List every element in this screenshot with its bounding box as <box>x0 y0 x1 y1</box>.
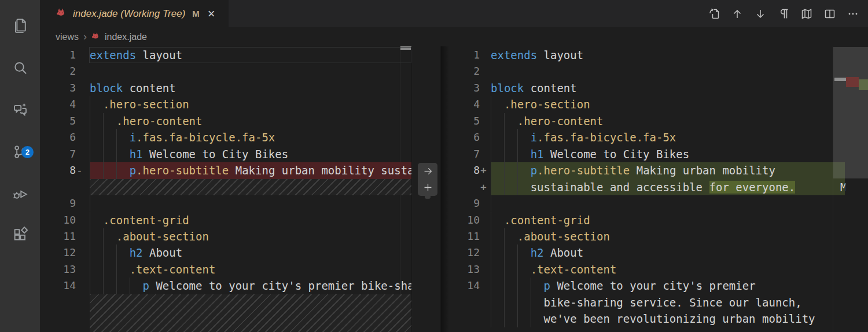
code-line[interactable]: 11 .about-section <box>441 228 868 245</box>
code-line[interactable]: 1extends layout <box>40 47 411 63</box>
code-line[interactable]: 3block content <box>441 80 868 96</box>
tab-index-jade[interactable]: index.jade (Working Tree) M × <box>40 0 229 27</box>
sidebar-item-extensions[interactable] <box>0 219 40 253</box>
code-token <box>90 263 130 276</box>
code-line[interactable]: 10 .content-grid <box>441 212 868 228</box>
code-line[interactable]: 8+ p.hero-subtitle Making urban mobility <box>441 162 868 178</box>
code-line-text: .hero-content <box>90 113 202 129</box>
code-line[interactable]: 7 h1 Welcome to City Bikes <box>441 146 868 162</box>
code-token: h2 <box>130 246 143 259</box>
code-line[interactable]: 6 i.fas.fa-bicycle.fa-5x <box>40 129 411 145</box>
code-line[interactable]: + sustainable and accessible for everyon… <box>441 179 868 195</box>
deleted-line-sign: - <box>76 162 83 178</box>
stage-change-plus-icon[interactable] <box>418 179 437 195</box>
added-line-sign: + <box>480 179 487 195</box>
sidebar-item-search[interactable] <box>0 52 40 86</box>
line-number: 1 <box>40 47 76 63</box>
extensions-icon <box>12 226 29 246</box>
minimap-slider[interactable] <box>833 47 868 178</box>
code-line[interactable]: 9 <box>441 195 868 211</box>
code-token <box>90 230 116 243</box>
line-number: 14 <box>40 278 76 294</box>
code-line[interactable]: 11 .about-section <box>40 228 411 245</box>
source-control-badge: 2 <box>21 146 34 158</box>
code-line[interactable]: 4 .hero-section <box>40 96 411 112</box>
code-token: .fas.fa-bicycle.fa-5x <box>537 131 676 144</box>
sidebar-item-run-debug[interactable] <box>0 178 40 212</box>
code-token <box>90 164 130 177</box>
code-line[interactable]: 5 .hero-content <box>40 113 411 129</box>
code-line-text: h1 Welcome to City Bikes <box>90 146 288 162</box>
code-line[interactable]: 2 <box>40 63 411 79</box>
code-line[interactable]: 6 i.fas.fa-bicycle.fa-5x <box>441 129 868 145</box>
map-icon[interactable] <box>799 6 815 22</box>
code-line-text: h2 About <box>491 245 583 261</box>
sidebar-item-explorer[interactable] <box>0 10 40 43</box>
code-line[interactable]: 9 <box>40 195 411 211</box>
code-line[interactable]: 14 p Welcome to your city's premier bike… <box>40 278 411 294</box>
split-editor-icon[interactable] <box>822 6 838 22</box>
code-token: layout <box>136 49 182 61</box>
line-number: 12 <box>40 245 76 261</box>
code-token <box>491 279 544 292</box>
code-line[interactable]: 2 <box>441 63 868 79</box>
code-token: h1 <box>130 148 143 160</box>
chevron-right-icon: › <box>83 31 87 43</box>
previous-change-icon[interactable] <box>729 6 745 22</box>
code-line-text: bike-sharing service. Since our launch, <box>491 294 802 311</box>
code-token: Making urban mobility <box>630 164 775 177</box>
code-token <box>90 115 116 127</box>
diff-original-editor[interactable]: 1extends layout23block content4 .hero-se… <box>40 46 411 332</box>
code-line[interactable]: 14 p Welcome to your city's premier <box>441 278 868 294</box>
code-token: .content-grid <box>103 214 189 227</box>
code-line[interactable]: 13 .text-content <box>40 261 411 278</box>
code-token: i <box>130 131 136 144</box>
code-token <box>491 115 517 127</box>
line-number: 11 <box>40 228 76 245</box>
sidebar-item-chat[interactable] <box>0 94 40 127</box>
code-line[interactable]: 12 h2 About <box>40 245 411 261</box>
code-line[interactable]: 8- p.hero-subtitle Making urban mobility… <box>40 162 411 178</box>
line-number: 6 <box>40 129 76 145</box>
line-number: 9 <box>40 195 76 211</box>
code-token: .text-content <box>130 263 216 276</box>
close-icon[interactable]: × <box>208 8 215 20</box>
more-actions-icon[interactable] <box>845 6 861 22</box>
code-line-text: p.hero-subtitle Making urban mobility <box>491 162 775 178</box>
code-token: .hero-subtitle <box>136 164 229 177</box>
next-change-icon[interactable] <box>752 6 768 22</box>
code-token: bike-sharing service. Since our launch, <box>544 296 802 309</box>
code-line[interactable]: 5 .hero-content <box>441 113 868 129</box>
debug-icon <box>12 185 29 205</box>
code-token: extends <box>90 49 136 61</box>
code-line-text: .text-content <box>491 261 616 278</box>
code-token <box>491 296 544 309</box>
diff-modified-editor[interactable]: M 1extends layout23block content4 .hero-… <box>441 46 868 332</box>
code-line[interactable]: 7 h1 Welcome to City Bikes <box>40 146 411 162</box>
open-file-icon[interactable] <box>706 6 722 22</box>
breadcrumb-folder[interactable]: views <box>56 32 79 42</box>
minimap-added-mark <box>859 79 868 90</box>
code-line[interactable]: 12 h2 About <box>441 245 868 261</box>
code-line[interactable]: 3block content <box>40 80 411 96</box>
code-line[interactable]: we've been revolutionizing urban mobilit… <box>441 311 868 327</box>
code-line[interactable]: 1extends layout <box>441 47 868 63</box>
code-line[interactable]: bike-sharing service. Since our launch, <box>441 294 868 311</box>
line-number: 2 <box>40 63 76 79</box>
sidebar-item-source-control[interactable] <box>0 136 40 170</box>
code-token: p <box>130 164 136 177</box>
indent-guide <box>90 195 90 211</box>
pilcrow-icon[interactable] <box>775 6 792 22</box>
code-line[interactable]: 10 .content-grid <box>40 212 411 228</box>
code-line-text: p.hero-subtitle Making urban mobility su… <box>90 162 411 178</box>
code-token: .text-content <box>531 263 617 276</box>
code-token: Welcome to City Bikes <box>143 148 289 160</box>
minimap[interactable] <box>833 46 868 332</box>
revert-change-arrow-icon[interactable] <box>418 163 437 179</box>
line-number: 3 <box>40 80 76 96</box>
code-line-text: extends layout <box>90 47 182 63</box>
activity-bar: 2 <box>0 0 40 332</box>
code-line[interactable]: 4 .hero-section <box>441 96 868 112</box>
breadcrumb-file[interactable]: index.jade <box>105 32 147 42</box>
code-line[interactable]: 13 .text-content <box>441 261 868 278</box>
